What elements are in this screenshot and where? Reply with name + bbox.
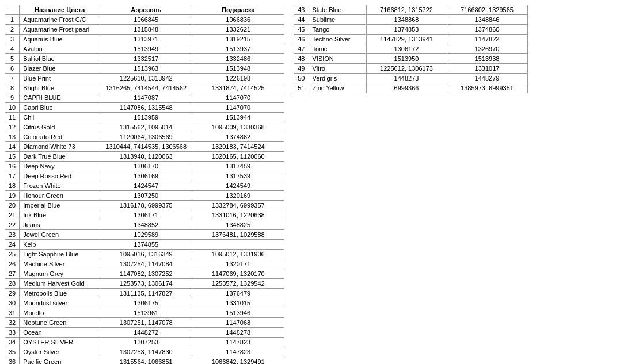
table-cell: 19 [5, 191, 20, 201]
table-row: 24Kelp1374855 [5, 240, 284, 250]
table-row: 1Aquamarine Frost C/C10668451066836 [5, 15, 284, 25]
table-row: 14Diamond White 731310444, 7414535, 1306… [5, 142, 284, 152]
table-row: 43State Blue7166812, 13157227166802, 132… [294, 5, 527, 15]
table-row: 13Colorado Red1120064, 13065691374862 [5, 132, 284, 142]
table-cell: 2 [5, 25, 20, 35]
table-cell: 1348868 [366, 15, 447, 25]
table-cell: 1331874, 7414525 [192, 83, 284, 93]
table-cell: 1095009, 1330368 [192, 122, 284, 132]
table-cell: 1320183, 7414524 [192, 142, 284, 152]
table-cell: 1315848 [100, 25, 192, 35]
left-table: Название Цвета Аэрозоль Подкраска 1Aquam… [5, 5, 284, 364]
table-cell: 20 [5, 201, 20, 210]
table-cell: 1147822 [447, 35, 527, 44]
table-cell: Kelp [20, 240, 100, 250]
table-cell: 1376479 [192, 289, 284, 298]
table-cell: 1332486 [192, 54, 284, 64]
table-cell: Ocean [20, 328, 100, 338]
table-cell: 1326970 [447, 44, 527, 54]
table-cell: Colorado Red [20, 132, 100, 142]
table-row: 34OYSTER SILVER13072531147823 [5, 338, 284, 347]
table-row: 19Honour Green13072501320169 [5, 191, 284, 201]
table-row: 29Metropolis Blue1311135, 11478271376479 [5, 289, 284, 298]
col-header-podkraska: Подкраска [192, 5, 284, 15]
table-cell: 1147069, 1320170 [192, 269, 284, 279]
table-cell: 1332784, 6999357 [192, 201, 284, 210]
table-row: 5Balliol Blue13325171332486 [5, 54, 284, 64]
table-cell: 1513937 [192, 44, 284, 54]
table-cell: 26 [5, 259, 20, 269]
table-cell: 18 [5, 181, 20, 191]
table-cell: 1307253 [100, 338, 192, 347]
table-cell: 45 [294, 25, 309, 35]
table-cell: 1307254, 1147084 [100, 259, 192, 269]
table-cell: 1448279 [447, 74, 527, 83]
table-cell: Oyster Silver [20, 347, 100, 357]
table-cell: 51 [294, 83, 309, 93]
table-cell: Frozen White [20, 181, 100, 191]
table-cell: 1313971 [100, 35, 192, 44]
table-row: 44Sublime13488681348846 [294, 15, 527, 25]
table-cell: 1147068 [192, 318, 284, 328]
table-cell: 34 [5, 338, 20, 347]
table-cell: 1319215 [192, 35, 284, 44]
right-table: 43State Blue7166812, 13157227166802, 132… [294, 5, 527, 93]
table-cell: 43 [294, 5, 309, 15]
table-row: 20Imperial Blue1316178, 69993751332784, … [5, 201, 284, 210]
table-row: 18Frozen White14245471424549 [5, 181, 284, 191]
table-row: 22Jeans13488521348825 [5, 220, 284, 230]
table-cell: 1513963 [100, 64, 192, 74]
table-row: 10Capri Blue1147086, 13155481147070 [5, 103, 284, 113]
table-cell: 1316265, 7414544, 7414562 [100, 83, 192, 93]
table-cell: 1315562, 1095014 [100, 122, 192, 132]
table-cell: 8 [5, 83, 20, 93]
table-cell: 36 [5, 357, 20, 365]
table-cell: 48 [294, 54, 309, 64]
table-cell: 1332517 [100, 54, 192, 64]
table-cell: 30 [5, 298, 20, 308]
table-cell: 1374855 [100, 240, 192, 250]
table-cell: 15 [5, 152, 20, 162]
table-cell: 1225610, 1313942 [100, 74, 192, 83]
table-row: 16Deep Navy13061701317459 [5, 162, 284, 171]
table-cell: 1147070 [192, 103, 284, 113]
table-cell: 1147087 [100, 93, 192, 103]
table-cell: Morello [20, 308, 100, 318]
table-cell: 1313940, 1120063 [100, 152, 192, 162]
table-row: 12Citrus Gold1315562, 10950141095009, 13… [5, 122, 284, 132]
table-cell: 23 [5, 230, 20, 240]
table-cell: 22 [5, 220, 20, 230]
table-cell: Blue Print [20, 74, 100, 83]
table-row: 4Avalon15139491513937 [5, 44, 284, 54]
table-cell: 7166802, 1329565 [447, 5, 527, 15]
table-cell: Imperial Blue [20, 201, 100, 210]
table-cell: 1385973, 6999351 [447, 83, 527, 93]
table-cell: 1307251, 1147078 [100, 318, 192, 328]
table-cell: Deep Navy [20, 162, 100, 171]
table-cell: Vitro [309, 64, 366, 74]
table-cell: 1147070 [192, 93, 284, 103]
table-cell: 1 [5, 15, 20, 25]
table-cell: 1120064, 1306569 [100, 132, 192, 142]
table-row: 50Verdigris14482731448279 [294, 74, 527, 83]
table-row: 48VISION15139501513938 [294, 54, 527, 64]
table-row: 26Machine Silver1307254, 11470841320171 [5, 259, 284, 269]
table-cell: 1320169 [192, 191, 284, 201]
table-cell: Tango [309, 25, 366, 35]
table-cell: Aquamarine Frost C/C [20, 15, 100, 25]
table-cell: Techno Silver [309, 35, 366, 44]
table-cell: 1348852 [100, 220, 192, 230]
table-cell: 1066842, 1329491 [192, 357, 284, 365]
table-cell: Sublime [309, 15, 366, 25]
table-cell: Balliol Blue [20, 54, 100, 64]
table-cell: 1253572, 1329542 [192, 279, 284, 289]
table-row: 35Oyster Silver1307253, 11478301147823 [5, 347, 284, 357]
main-container: Название Цвета Аэрозоль Подкраска 1Aquam… [5, 5, 634, 364]
table-cell: 1331016, 1220638 [192, 210, 284, 220]
table-cell: 7 [5, 74, 20, 83]
table-cell: 4 [5, 44, 20, 54]
table-cell: 1095012, 1331906 [192, 250, 284, 259]
table-cell: 1513949 [100, 44, 192, 54]
table-cell: 1513948 [192, 64, 284, 74]
table-cell: Citrus Gold [20, 122, 100, 132]
